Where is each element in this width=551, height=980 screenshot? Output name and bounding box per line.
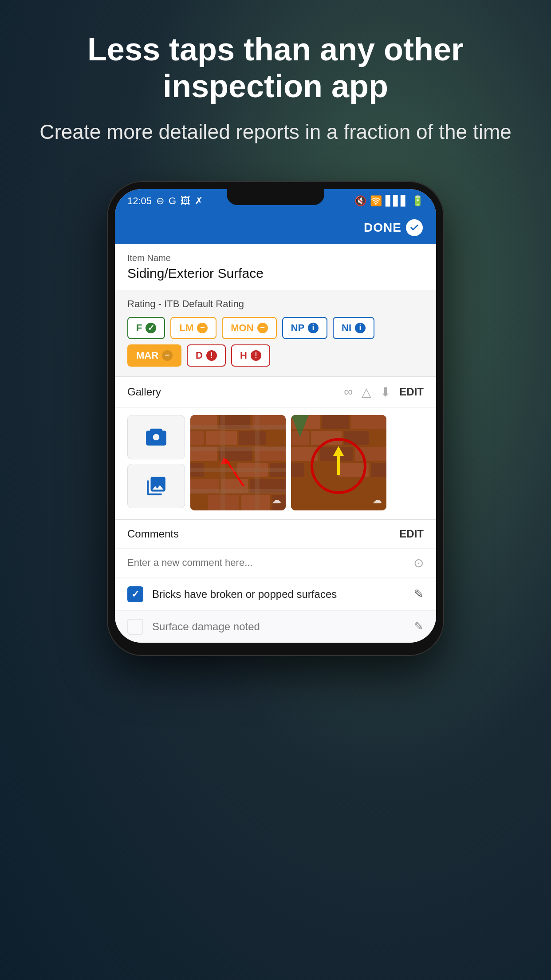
badge-LM-label: LM — [179, 322, 193, 334]
item-name-section: Item Name Siding/Exterior Surface — [115, 244, 436, 290]
image-library-icon — [145, 475, 167, 497]
checkbox-2-edit-icon[interactable]: ✎ — [414, 620, 424, 633]
phone-shell: 12:05 ⊖ G 🖼 ✗ 🔇 🛜 ▋▋▋ 🔋 — [107, 181, 444, 656]
checkbox-1[interactable] — [127, 586, 143, 602]
badge-NI[interactable]: NI i — [333, 317, 374, 339]
camera-icon — [145, 426, 167, 448]
svg-rect-38 — [371, 463, 386, 477]
comments-title: Comments — [127, 528, 179, 540]
svg-rect-9 — [219, 447, 252, 461]
add-gallery-button[interactable] — [127, 464, 185, 508]
svg-rect-11 — [190, 463, 204, 477]
status-time: 12:05 — [127, 195, 152, 207]
svg-rect-1 — [190, 415, 217, 429]
phone-mockup: 12:05 ⊖ G 🖼 ✗ 🔇 🛜 ▋▋▋ 🔋 — [107, 181, 444, 656]
image-icon: 🖼 — [181, 195, 190, 207]
link-icon[interactable]: ∞ — [344, 385, 353, 399]
rating-label: Rating - ITB Default Rating — [127, 298, 424, 310]
svg-rect-18 — [190, 495, 206, 510]
comments-header: Comments EDIT — [115, 520, 436, 549]
svg-rect-27 — [351, 415, 386, 429]
badge-MON[interactable]: MON − — [222, 317, 276, 339]
badge-LM[interactable]: LM − — [170, 317, 216, 339]
add-photo-button[interactable] — [127, 415, 185, 459]
phone-screen: 12:05 ⊖ G 🖼 ✗ 🔇 🛜 ▋▋▋ 🔋 — [115, 189, 436, 643]
badge-NP-icon: i — [308, 323, 319, 333]
rating-badges-row1: F ✓ LM − MON − NP i — [127, 317, 424, 339]
data-icon: ✗ — [195, 195, 203, 207]
svg-marker-23 — [220, 457, 230, 465]
comment-search-icon[interactable]: ⊙ — [413, 556, 424, 570]
badge-D-icon: ! — [206, 350, 217, 361]
comment-checkbox-item-2: Surface damage noted ✎ — [115, 611, 436, 643]
checkmark-icon — [409, 223, 419, 233]
gallery-header: Gallery ∞ △ ⬇ EDIT — [115, 377, 436, 408]
comment-input-row: ⊙ — [115, 549, 436, 578]
gallery-edit-button[interactable]: EDIT — [399, 386, 424, 398]
checkbox-2-text: Surface damage noted — [152, 619, 405, 634]
svg-rect-26 — [322, 415, 349, 429]
badge-F-label: F — [136, 322, 142, 334]
badge-MON-label: MON — [231, 322, 253, 334]
done-button[interactable]: DONE — [364, 219, 423, 236]
signal-icon: ▋▋▋ — [386, 195, 408, 207]
svg-rect-15 — [190, 479, 219, 493]
svg-rect-10 — [255, 447, 286, 461]
rating-section: Rating - ITB Default Rating F ✓ LM − MON — [115, 290, 436, 377]
badge-MON-icon: − — [257, 323, 268, 333]
badge-H[interactable]: H ! — [231, 344, 270, 367]
phone-notch — [227, 189, 324, 205]
app-header: DONE — [115, 211, 436, 244]
badge-MAR-icon: − — [162, 350, 173, 361]
rating-badges-row2: MAR − D ! H ! — [127, 344, 424, 367]
badge-H-label: H — [240, 350, 247, 361]
badge-NP[interactable]: NP i — [282, 317, 328, 339]
checkbox-1-edit-icon[interactable]: ✎ — [414, 587, 424, 601]
page-content: Less taps than any other inspection app … — [0, 0, 551, 656]
svg-rect-4 — [190, 431, 204, 445]
comment-checkbox-item-1: Bricks have broken or popped surfaces ✎ — [115, 578, 436, 611]
svg-rect-7 — [268, 431, 286, 445]
svg-rect-13 — [237, 463, 268, 477]
gallery-image-1[interactable]: ☁ — [190, 415, 286, 510]
comments-edit-button[interactable]: EDIT — [399, 528, 424, 540]
comment-input-field[interactable] — [127, 557, 407, 569]
badge-NP-label: NP — [291, 322, 305, 334]
badge-F-icon: ✓ — [146, 323, 156, 333]
svg-rect-3 — [252, 415, 286, 429]
svg-rect-35 — [291, 463, 304, 477]
badge-NI-label: NI — [342, 322, 351, 334]
checkbox-2[interactable] — [127, 619, 143, 635]
item-name-label: Item Name — [127, 253, 424, 263]
badge-D[interactable]: D ! — [187, 344, 226, 367]
badge-H-icon: ! — [251, 350, 261, 361]
gallery-section: Gallery ∞ △ ⬇ EDIT — [115, 377, 436, 520]
svg-rect-8 — [190, 447, 217, 461]
gallery-image-2[interactable]: ☁ — [291, 415, 386, 510]
svg-rect-20 — [241, 495, 270, 510]
badge-F[interactable]: F ✓ — [127, 317, 165, 339]
svg-rect-14 — [270, 463, 286, 477]
svg-rect-5 — [206, 431, 237, 445]
gallery-grid: ☁ — [115, 408, 436, 519]
svg-line-22 — [226, 459, 244, 486]
svg-rect-17 — [250, 479, 286, 493]
cloud-sync-icon-1: ☁ — [272, 494, 281, 506]
badge-MAR-label: MAR — [136, 350, 158, 361]
svg-rect-30 — [344, 431, 369, 445]
done-label: DONE — [364, 221, 401, 235]
svg-rect-19 — [208, 495, 239, 510]
svg-rect-31 — [371, 431, 386, 445]
svg-rect-2 — [219, 415, 250, 429]
svg-rect-16 — [221, 479, 248, 493]
svg-rect-12 — [206, 463, 235, 477]
upload-icon[interactable]: △ — [362, 385, 371, 399]
checkbox-1-text: Bricks have broken or popped surfaces — [152, 587, 405, 602]
badge-D-label: D — [196, 350, 203, 361]
main-subheadline: Create more detailed reports in a fracti… — [4, 118, 547, 146]
badge-MAR[interactable]: MAR − — [127, 344, 181, 367]
gallery-title: Gallery — [127, 386, 161, 398]
download-icon[interactable]: ⬇ — [380, 385, 390, 399]
done-check-icon — [406, 219, 423, 236]
svg-rect-6 — [239, 431, 266, 445]
